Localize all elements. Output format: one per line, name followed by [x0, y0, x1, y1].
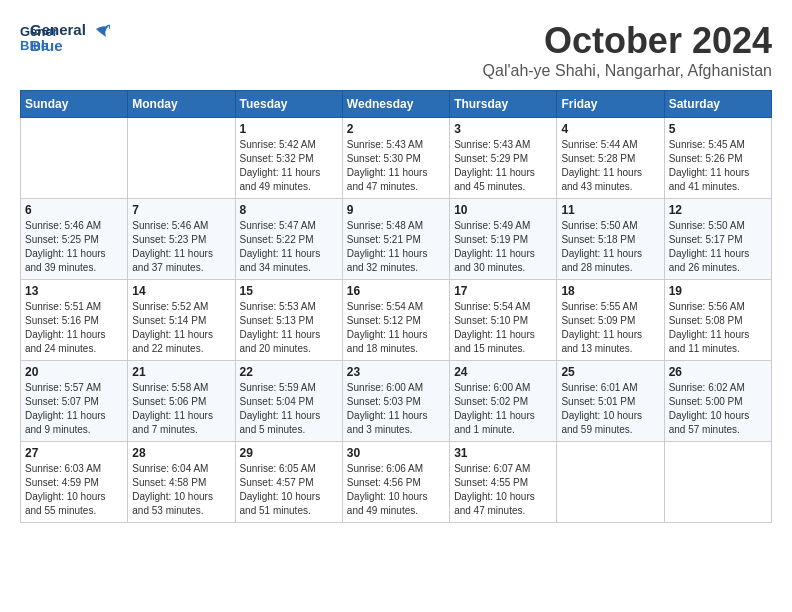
day-detail: Sunrise: 5:48 AM Sunset: 5:21 PM Dayligh…: [347, 219, 445, 275]
calendar-cell: 5Sunrise: 5:45 AM Sunset: 5:26 PM Daylig…: [664, 118, 771, 199]
calendar-cell: 18Sunrise: 5:55 AM Sunset: 5:09 PM Dayli…: [557, 280, 664, 361]
calendar-cell: 26Sunrise: 6:02 AM Sunset: 5:00 PM Dayli…: [664, 361, 771, 442]
calendar-cell: 30Sunrise: 6:06 AM Sunset: 4:56 PM Dayli…: [342, 442, 449, 523]
calendar-cell: 6Sunrise: 5:46 AM Sunset: 5:25 PM Daylig…: [21, 199, 128, 280]
day-number: 3: [454, 122, 552, 136]
calendar-cell: 27Sunrise: 6:03 AM Sunset: 4:59 PM Dayli…: [21, 442, 128, 523]
calendar-cell: 21Sunrise: 5:58 AM Sunset: 5:06 PM Dayli…: [128, 361, 235, 442]
day-detail: Sunrise: 6:05 AM Sunset: 4:57 PM Dayligh…: [240, 462, 338, 518]
day-detail: Sunrise: 5:44 AM Sunset: 5:28 PM Dayligh…: [561, 138, 659, 194]
calendar-cell: 12Sunrise: 5:50 AM Sunset: 5:17 PM Dayli…: [664, 199, 771, 280]
day-number: 26: [669, 365, 767, 379]
day-number: 10: [454, 203, 552, 217]
day-number: 14: [132, 284, 230, 298]
calendar-cell: 22Sunrise: 5:59 AM Sunset: 5:04 PM Dayli…: [235, 361, 342, 442]
calendar-cell: 15Sunrise: 5:53 AM Sunset: 5:13 PM Dayli…: [235, 280, 342, 361]
logo: General Blue General Blue: [20, 20, 110, 56]
page-header: General Blue General Blue October 2024 Q…: [20, 20, 772, 80]
day-detail: Sunrise: 5:46 AM Sunset: 5:25 PM Dayligh…: [25, 219, 123, 275]
calendar-cell: [21, 118, 128, 199]
title-area: October 2024 Qal'ah-ye Shahi, Nangarhar,…: [483, 20, 772, 80]
calendar-cell: 10Sunrise: 5:49 AM Sunset: 5:19 PM Dayli…: [450, 199, 557, 280]
day-number: 25: [561, 365, 659, 379]
day-detail: Sunrise: 6:00 AM Sunset: 5:02 PM Dayligh…: [454, 381, 552, 437]
weekday-header: Monday: [128, 91, 235, 118]
day-detail: Sunrise: 6:06 AM Sunset: 4:56 PM Dayligh…: [347, 462, 445, 518]
day-detail: Sunrise: 6:07 AM Sunset: 4:55 PM Dayligh…: [454, 462, 552, 518]
calendar-cell: 28Sunrise: 6:04 AM Sunset: 4:58 PM Dayli…: [128, 442, 235, 523]
day-detail: Sunrise: 5:43 AM Sunset: 5:29 PM Dayligh…: [454, 138, 552, 194]
weekday-header: Saturday: [664, 91, 771, 118]
weekday-header: Thursday: [450, 91, 557, 118]
day-detail: Sunrise: 5:54 AM Sunset: 5:10 PM Dayligh…: [454, 300, 552, 356]
calendar-cell: 19Sunrise: 5:56 AM Sunset: 5:08 PM Dayli…: [664, 280, 771, 361]
day-detail: Sunrise: 5:54 AM Sunset: 5:12 PM Dayligh…: [347, 300, 445, 356]
day-detail: Sunrise: 6:03 AM Sunset: 4:59 PM Dayligh…: [25, 462, 123, 518]
day-detail: Sunrise: 6:01 AM Sunset: 5:01 PM Dayligh…: [561, 381, 659, 437]
day-detail: Sunrise: 5:57 AM Sunset: 5:07 PM Dayligh…: [25, 381, 123, 437]
day-number: 2: [347, 122, 445, 136]
calendar-cell: 31Sunrise: 6:07 AM Sunset: 4:55 PM Dayli…: [450, 442, 557, 523]
day-number: 30: [347, 446, 445, 460]
day-number: 28: [132, 446, 230, 460]
day-detail: Sunrise: 5:46 AM Sunset: 5:23 PM Dayligh…: [132, 219, 230, 275]
day-number: 29: [240, 446, 338, 460]
day-number: 23: [347, 365, 445, 379]
day-detail: Sunrise: 5:52 AM Sunset: 5:14 PM Dayligh…: [132, 300, 230, 356]
calendar-week-row: 13Sunrise: 5:51 AM Sunset: 5:16 PM Dayli…: [21, 280, 772, 361]
day-detail: Sunrise: 5:49 AM Sunset: 5:19 PM Dayligh…: [454, 219, 552, 275]
day-detail: Sunrise: 6:00 AM Sunset: 5:03 PM Dayligh…: [347, 381, 445, 437]
day-number: 16: [347, 284, 445, 298]
day-detail: Sunrise: 5:51 AM Sunset: 5:16 PM Dayligh…: [25, 300, 123, 356]
day-number: 6: [25, 203, 123, 217]
day-number: 11: [561, 203, 659, 217]
calendar-cell: 1Sunrise: 5:42 AM Sunset: 5:32 PM Daylig…: [235, 118, 342, 199]
day-detail: Sunrise: 5:56 AM Sunset: 5:08 PM Dayligh…: [669, 300, 767, 356]
calendar-cell: [557, 442, 664, 523]
day-detail: Sunrise: 5:50 AM Sunset: 5:17 PM Dayligh…: [669, 219, 767, 275]
logo-bird-icon: [88, 23, 110, 45]
calendar-week-row: 20Sunrise: 5:57 AM Sunset: 5:07 PM Dayli…: [21, 361, 772, 442]
calendar-week-row: 1Sunrise: 5:42 AM Sunset: 5:32 PM Daylig…: [21, 118, 772, 199]
calendar-cell: 29Sunrise: 6:05 AM Sunset: 4:57 PM Dayli…: [235, 442, 342, 523]
weekday-header: Wednesday: [342, 91, 449, 118]
day-number: 12: [669, 203, 767, 217]
day-number: 18: [561, 284, 659, 298]
day-number: 17: [454, 284, 552, 298]
day-detail: Sunrise: 6:04 AM Sunset: 4:58 PM Dayligh…: [132, 462, 230, 518]
day-number: 22: [240, 365, 338, 379]
calendar-cell: 23Sunrise: 6:00 AM Sunset: 5:03 PM Dayli…: [342, 361, 449, 442]
day-number: 27: [25, 446, 123, 460]
logo-blue: Blue: [30, 38, 86, 55]
calendar-cell: 25Sunrise: 6:01 AM Sunset: 5:01 PM Dayli…: [557, 361, 664, 442]
day-detail: Sunrise: 5:43 AM Sunset: 5:30 PM Dayligh…: [347, 138, 445, 194]
weekday-header: Friday: [557, 91, 664, 118]
day-number: 4: [561, 122, 659, 136]
day-number: 7: [132, 203, 230, 217]
weekday-header-row: SundayMondayTuesdayWednesdayThursdayFrid…: [21, 91, 772, 118]
day-number: 19: [669, 284, 767, 298]
day-number: 24: [454, 365, 552, 379]
day-detail: Sunrise: 5:47 AM Sunset: 5:22 PM Dayligh…: [240, 219, 338, 275]
day-number: 20: [25, 365, 123, 379]
calendar-cell: 16Sunrise: 5:54 AM Sunset: 5:12 PM Dayli…: [342, 280, 449, 361]
logo-general: General: [30, 22, 86, 39]
calendar-week-row: 6Sunrise: 5:46 AM Sunset: 5:25 PM Daylig…: [21, 199, 772, 280]
day-number: 1: [240, 122, 338, 136]
day-number: 9: [347, 203, 445, 217]
calendar-cell: 4Sunrise: 5:44 AM Sunset: 5:28 PM Daylig…: [557, 118, 664, 199]
day-detail: Sunrise: 5:58 AM Sunset: 5:06 PM Dayligh…: [132, 381, 230, 437]
day-number: 15: [240, 284, 338, 298]
calendar-cell: 7Sunrise: 5:46 AM Sunset: 5:23 PM Daylig…: [128, 199, 235, 280]
calendar-cell: 3Sunrise: 5:43 AM Sunset: 5:29 PM Daylig…: [450, 118, 557, 199]
weekday-header: Sunday: [21, 91, 128, 118]
calendar-cell: 9Sunrise: 5:48 AM Sunset: 5:21 PM Daylig…: [342, 199, 449, 280]
calendar-cell: 20Sunrise: 5:57 AM Sunset: 5:07 PM Dayli…: [21, 361, 128, 442]
day-detail: Sunrise: 5:53 AM Sunset: 5:13 PM Dayligh…: [240, 300, 338, 356]
day-detail: Sunrise: 5:59 AM Sunset: 5:04 PM Dayligh…: [240, 381, 338, 437]
day-number: 21: [132, 365, 230, 379]
calendar-cell: 11Sunrise: 5:50 AM Sunset: 5:18 PM Dayli…: [557, 199, 664, 280]
day-detail: Sunrise: 5:45 AM Sunset: 5:26 PM Dayligh…: [669, 138, 767, 194]
calendar-cell: 17Sunrise: 5:54 AM Sunset: 5:10 PM Dayli…: [450, 280, 557, 361]
day-detail: Sunrise: 6:02 AM Sunset: 5:00 PM Dayligh…: [669, 381, 767, 437]
